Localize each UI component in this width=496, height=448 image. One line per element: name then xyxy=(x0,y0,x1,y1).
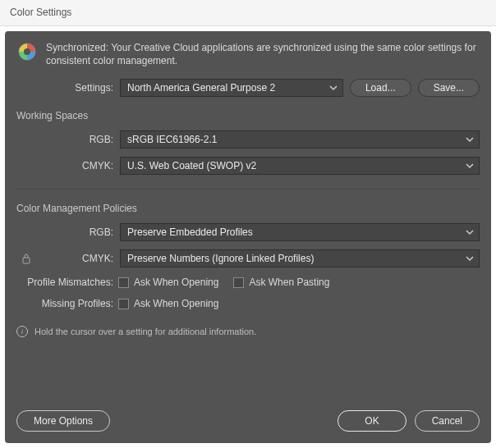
ws-rgb-row: RGB: sRGB IEC61966-2.1 xyxy=(16,130,480,149)
pol-cmyk-row: CMYK: Preserve Numbers (Ignore Linked Pr… xyxy=(16,249,480,267)
ws-rgb-value: sRGB IEC61966-2.1 xyxy=(127,134,217,145)
sync-icon xyxy=(16,41,38,65)
footer: More Options OK Cancel xyxy=(16,397,480,432)
svg-point-1 xyxy=(24,48,30,55)
ws-cmyk-row: CMYK: U.S. Web Coated (SWOP) v2 xyxy=(16,157,480,175)
sync-status-text: Synchronized: Your Creative Cloud applic… xyxy=(46,41,480,67)
missing-profiles-label: Missing Profiles: xyxy=(16,298,113,309)
mismatch-open-option: Ask When Opening xyxy=(118,277,218,288)
profile-mismatches-row: Profile Mismatches: Ask When Opening Ask… xyxy=(16,277,480,288)
save-button[interactable]: Save... xyxy=(418,79,480,97)
mismatch-open-label: Ask When Opening xyxy=(134,277,218,288)
mismatch-paste-label: Ask When Pasting xyxy=(249,277,329,288)
missing-open-label: Ask When Opening xyxy=(134,298,218,309)
mismatch-checkbox-group: Ask When Opening Ask When Pasting xyxy=(118,277,329,288)
info-row: i Hold the cursor over a setting for add… xyxy=(16,326,480,337)
color-settings-window: Color Settings Synchronized: Your Creati… xyxy=(0,0,496,448)
chevron-down-icon xyxy=(466,228,474,236)
window-title: Color Settings xyxy=(0,0,496,26)
info-text: Hold the cursor over a setting for addit… xyxy=(34,327,256,336)
lock-icon xyxy=(20,253,33,264)
ws-rgb-label: RGB: xyxy=(16,134,113,145)
settings-label: Settings: xyxy=(16,82,113,94)
chevron-down-icon xyxy=(466,162,474,170)
settings-dropdown[interactable]: North America General Purpose 2 xyxy=(120,79,343,97)
pol-rgb-row: RGB: Preserve Embedded Profiles xyxy=(16,223,480,241)
load-button[interactable]: Load... xyxy=(350,79,411,97)
ws-rgb-dropdown[interactable]: sRGB IEC61966-2.1 xyxy=(120,130,480,149)
settings-row: Settings: North America General Purpose … xyxy=(16,79,480,97)
working-spaces-title: Working Spaces xyxy=(16,110,480,121)
main-panel: Synchronized: Your Creative Cloud applic… xyxy=(5,31,491,443)
ws-cmyk-dropdown[interactable]: U.S. Web Coated (SWOP) v2 xyxy=(120,157,480,175)
chevron-down-icon xyxy=(466,135,474,144)
chevron-down-icon xyxy=(329,84,338,92)
ok-button[interactable]: OK xyxy=(338,410,406,432)
mismatch-paste-option: Ask When Pasting xyxy=(233,277,329,288)
cancel-button[interactable]: Cancel xyxy=(415,410,480,432)
pol-rgb-value: Preserve Embedded Profiles xyxy=(127,226,253,238)
ws-cmyk-label: CMYK: xyxy=(16,160,113,171)
footer-right: OK Cancel xyxy=(338,410,480,432)
mismatch-open-checkbox[interactable] xyxy=(118,277,129,288)
chevron-down-icon xyxy=(466,254,474,263)
mismatch-paste-checkbox[interactable] xyxy=(233,277,244,288)
missing-profiles-row: Missing Profiles: Ask When Opening xyxy=(16,298,480,309)
settings-value: North America General Purpose 2 xyxy=(127,82,275,94)
more-options-button[interactable]: More Options xyxy=(16,410,110,432)
ws-cmyk-value: U.S. Web Coated (SWOP) v2 xyxy=(127,160,256,171)
info-icon: i xyxy=(16,326,28,337)
missing-open-checkbox[interactable] xyxy=(118,299,129,309)
sync-status-row: Synchronized: Your Creative Cloud applic… xyxy=(16,41,480,67)
divider xyxy=(15,189,481,190)
missing-open-option: Ask When Opening xyxy=(118,298,218,309)
svg-rect-2 xyxy=(23,258,30,263)
pol-rgb-label: RGB: xyxy=(16,226,113,238)
pol-cmyk-dropdown[interactable]: Preserve Numbers (Ignore Linked Profiles… xyxy=(120,249,480,267)
pol-rgb-dropdown[interactable]: Preserve Embedded Profiles xyxy=(120,223,480,241)
pol-cmyk-value: Preserve Numbers (Ignore Linked Profiles… xyxy=(127,253,314,264)
profile-mismatches-label: Profile Mismatches: xyxy=(16,277,113,288)
policies-title: Color Management Policies xyxy=(16,203,480,214)
